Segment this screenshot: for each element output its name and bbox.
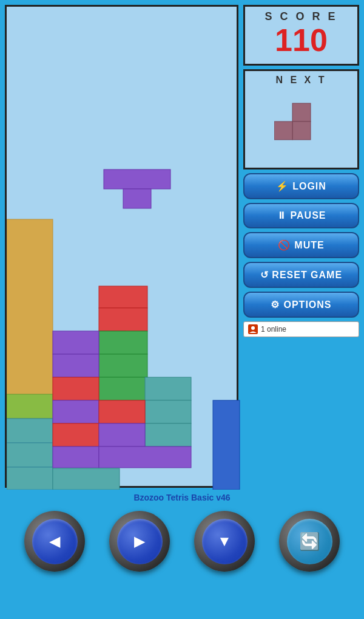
svg-rect-16 <box>53 400 99 423</box>
mute-label: MUTE <box>294 240 324 251</box>
right-button[interactable]: ▶ <box>109 511 170 572</box>
svg-rect-27 <box>292 103 311 121</box>
login-icon: ⚡ <box>276 180 289 192</box>
left-arrow: ◀ <box>49 533 60 550</box>
svg-rect-21 <box>145 423 191 446</box>
svg-rect-15 <box>53 377 99 400</box>
right-panel: S C O R E 110 N E X T ⚡ LOGIN ⏸ PAUSE <box>243 5 359 488</box>
svg-rect-11 <box>99 354 147 377</box>
online-box: 1 online <box>243 321 359 337</box>
svg-rect-4 <box>7 419 53 443</box>
svg-rect-7 <box>99 286 147 308</box>
svg-rect-5 <box>7 443 53 467</box>
svg-rect-3 <box>7 394 53 419</box>
board-canvas <box>7 7 237 486</box>
options-label: OPTIONS <box>283 299 331 310</box>
options-icon: ⚙ <box>271 299 280 310</box>
next-piece-area <box>251 88 351 161</box>
svg-rect-23 <box>99 423 145 446</box>
pause-button[interactable]: ⏸ PAUSE <box>243 203 359 228</box>
options-button[interactable]: ⚙ OPTIONS <box>243 292 359 318</box>
next-label: N E X T <box>251 75 351 86</box>
rotate-icon: 🔄 <box>299 532 320 552</box>
svg-rect-18 <box>53 446 99 468</box>
score-box: S C O R E 110 <box>243 5 359 66</box>
svg-rect-10 <box>99 331 147 354</box>
svg-rect-26 <box>53 468 120 490</box>
online-icon <box>248 324 258 335</box>
svg-rect-17 <box>53 423 99 446</box>
reset-icon: ↺ RESET GAME <box>260 269 342 281</box>
svg-rect-8 <box>99 308 147 331</box>
svg-rect-12 <box>99 377 147 400</box>
svg-rect-0 <box>104 169 170 189</box>
svg-rect-13 <box>53 331 99 354</box>
svg-rect-14 <box>53 354 99 377</box>
svg-rect-1 <box>123 189 151 208</box>
right-arrow: ▶ <box>134 533 145 550</box>
login-button[interactable]: ⚡ LOGIN <box>243 173 359 199</box>
svg-rect-28 <box>292 121 311 140</box>
svg-rect-25 <box>213 400 240 490</box>
left-button[interactable]: ◀ <box>24 511 85 572</box>
reset-label: RESET GAME <box>272 270 342 280</box>
mute-icon: 🚫 <box>278 239 291 251</box>
main-area: S C O R E 110 N E X T ⚡ LOGIN ⏸ PAUSE <box>0 0 364 488</box>
down-button[interactable]: ▼ <box>194 511 255 572</box>
score-label: S C O R E <box>251 10 351 23</box>
svg-rect-29 <box>274 121 292 140</box>
rotate-button[interactable]: 🔄 <box>279 511 340 572</box>
game-board <box>5 5 238 488</box>
reset-button[interactable]: ↺ RESET GAME <box>243 262 359 288</box>
next-box: N E X T <box>243 69 359 169</box>
mute-button[interactable]: 🚫 MUTE <box>243 232 359 258</box>
svg-rect-19 <box>145 377 191 400</box>
login-label: LOGIN <box>292 181 326 192</box>
svg-rect-22 <box>99 400 145 423</box>
online-count: 1 online <box>261 325 286 333</box>
score-value: 110 <box>251 23 351 58</box>
svg-point-31 <box>251 326 255 330</box>
pause-icon: ⏸ <box>277 210 287 221</box>
svg-rect-20 <box>145 400 191 423</box>
down-arrow: ▼ <box>217 533 232 550</box>
pause-label: PAUSE <box>291 210 326 221</box>
footer-text: Bzozoo Tetris Basic v46 <box>133 493 230 502</box>
svg-rect-24 <box>99 446 191 468</box>
controls-area: ◀ ▶ ▼ 🔄 <box>0 505 364 578</box>
footer: Bzozoo Tetris Basic v46 <box>0 488 364 505</box>
svg-rect-6 <box>7 467 53 490</box>
